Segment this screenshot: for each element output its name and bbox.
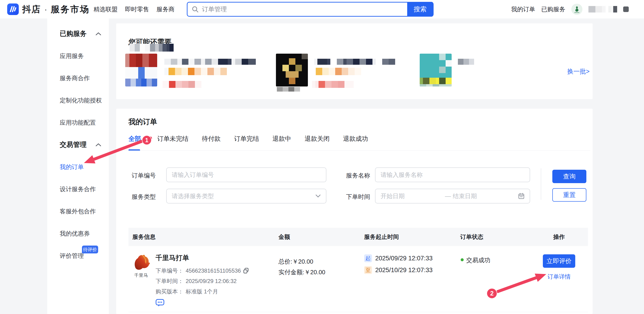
top-nav: 精选联盟 即时零售 服务商 bbox=[94, 0, 174, 18]
recommended-service-logo-1[interactable] bbox=[125, 54, 157, 86]
sidebar-item-cs-outsourcing[interactable]: 客服外包合作 bbox=[47, 200, 109, 222]
chevron-up-icon bbox=[95, 32, 102, 36]
col-order-status: 订单状态 bbox=[454, 233, 530, 241]
header-link-purchased-services[interactable]: 已购服务 bbox=[541, 5, 565, 13]
version-line: 购买版本：标准版 1个月 bbox=[156, 286, 249, 297]
paid-value: ￥20.00 bbox=[304, 269, 325, 276]
recommended-service-title-mosaic-1 bbox=[164, 59, 256, 65]
copy-icon[interactable] bbox=[243, 268, 249, 274]
tab-refund-success[interactable]: 退款成功 bbox=[343, 135, 368, 143]
query-button[interactable]: 查询 bbox=[552, 170, 586, 183]
user-avatar[interactable] bbox=[571, 4, 582, 15]
service-type-placeholder: 请选择服务类型 bbox=[167, 192, 315, 200]
service-name: 千里马打单 bbox=[156, 253, 249, 263]
sidebar-item-my-orders[interactable]: 我的订单 bbox=[47, 156, 109, 178]
tab-unfinished[interactable]: 订单未完结 bbox=[157, 135, 188, 143]
service-type-select[interactable]: 请选择服务类型 bbox=[166, 189, 326, 204]
recommended-service-logo-3[interactable] bbox=[420, 54, 452, 86]
recommendation-banner: 您可能还需要 换一批> bbox=[116, 23, 592, 99]
annotation-step-2: 2 bbox=[486, 288, 497, 299]
chevron-up-icon bbox=[95, 143, 102, 147]
service-logo: 千里马 bbox=[132, 253, 151, 312]
recommended-service-title-mosaic-2 bbox=[314, 59, 395, 65]
apps-menu-icon[interactable] bbox=[623, 6, 629, 12]
reset-button[interactable]: 重置 bbox=[552, 188, 586, 202]
col-service-period: 服务起止时间 bbox=[358, 233, 454, 241]
sidebar-item-provider-cooperation[interactable]: 服务商合作 bbox=[47, 67, 109, 89]
sidebar-section-trade-management[interactable]: 交易管理 bbox=[47, 134, 109, 156]
app-root: 抖店 · 服务市场 精选联盟 即时零售 服务商 搜索 我的订单 已购服务 bbox=[0, 0, 644, 314]
review-now-button[interactable]: 立即评价 bbox=[543, 254, 575, 268]
tab-all[interactable]: 全部 bbox=[128, 135, 141, 143]
douyin-shop-logo-icon bbox=[7, 3, 19, 15]
service-logo-caption: 千里马 bbox=[132, 272, 151, 278]
recommended-service-logo-2[interactable] bbox=[276, 54, 308, 86]
order-no-label: 订单编号 bbox=[132, 172, 156, 180]
sidebar-item-app-services[interactable]: 应用服务 bbox=[47, 45, 109, 67]
actions-cell: 立即评价 订单详情 bbox=[530, 246, 588, 312]
total-value: ￥20.00 bbox=[292, 258, 313, 265]
tabs-divider bbox=[124, 151, 590, 151]
tab-refunding[interactable]: 退款中 bbox=[272, 135, 291, 143]
nav-selected-alliance[interactable]: 精选联盟 bbox=[94, 5, 118, 13]
search-icon bbox=[192, 6, 198, 13]
brand[interactable]: 抖店 · 服务市场 bbox=[7, 0, 90, 18]
nav-instant-retail[interactable]: 即时零售 bbox=[125, 5, 149, 13]
tab-pending-payment[interactable]: 待付款 bbox=[202, 135, 220, 143]
service-name-input[interactable] bbox=[376, 168, 530, 182]
order-detail-link[interactable]: 订单详情 bbox=[548, 273, 570, 281]
refresh-batch-link[interactable]: 换一批> bbox=[567, 67, 590, 76]
sidebar-item-design-service[interactable]: 设计服务合作 bbox=[47, 178, 109, 200]
top-header: 抖店 · 服务市场 精选联盟 即时零售 服务商 搜索 我的订单 已购服务 bbox=[0, 0, 644, 18]
table-header-row: 服务信息 金额 服务起止时间 订单状态 操作 bbox=[128, 228, 588, 246]
amount-cell: 总价:￥20.00 实付金额:￥20.00 bbox=[272, 246, 358, 312]
chat-icon[interactable] bbox=[156, 299, 164, 307]
chevron-down-icon bbox=[315, 194, 321, 198]
recommended-service-rating-mosaic-1 bbox=[164, 68, 237, 75]
nav-service-provider[interactable]: 服务商 bbox=[156, 5, 174, 13]
sidebar-item-app-function-config[interactable]: 应用功能配置 bbox=[47, 111, 109, 134]
brand-primary: 抖店 bbox=[22, 3, 41, 15]
order-status-cell: 交易成功 bbox=[454, 246, 530, 312]
calendar-icon bbox=[518, 193, 524, 199]
order-no-line: 下单编号：456623816151105536 bbox=[156, 266, 249, 276]
sidebar-item-review-management[interactable]: 评价管理 待评价 bbox=[47, 245, 109, 267]
date-range-separator: — bbox=[445, 193, 453, 200]
header-link-my-orders[interactable]: 我的订单 bbox=[511, 5, 535, 13]
sidebar-section-purchased-services[interactable]: 已购服务 bbox=[47, 23, 109, 45]
order-time-range-picker[interactable]: 开始日期 — 结束日期 bbox=[375, 189, 530, 204]
col-actions: 操作 bbox=[530, 233, 588, 241]
order-no-field bbox=[166, 167, 326, 182]
title-redaction-mosaic bbox=[130, 44, 174, 51]
recommended-service-rating-mosaic-2 bbox=[314, 68, 370, 75]
recommended-service-price-mosaic-1 bbox=[162, 81, 228, 88]
start-time: 2025/09/29 12:07:33 bbox=[375, 255, 433, 262]
annotation-step-1: 1 bbox=[142, 135, 152, 145]
header-right: 我的订单 已购服务 bbox=[511, 0, 629, 18]
order-no-input[interactable] bbox=[167, 168, 326, 182]
end-date-placeholder: 结束日期 bbox=[453, 192, 518, 200]
sidebar-item-custom-function-auth[interactable]: 定制化功能授权 bbox=[47, 89, 109, 111]
brand-separator: · bbox=[44, 5, 47, 14]
service-info-cell: 千里马 千里马打单 下单编号：456623816151105536 下单时间：2… bbox=[128, 246, 272, 312]
tab-completed[interactable]: 订单完结 bbox=[234, 135, 259, 143]
tab-refund-closed[interactable]: 退款关闭 bbox=[305, 135, 330, 143]
filter-divider bbox=[541, 168, 541, 200]
orders-table: 服务信息 金额 服务起止时间 订单状态 操作 千里马 bbox=[128, 228, 588, 312]
search-input[interactable] bbox=[198, 2, 407, 16]
sidebar-item-my-coupons[interactable]: 我的优惠券 bbox=[47, 222, 109, 245]
pending-review-badge: 待评价 bbox=[82, 246, 98, 253]
start-tag: 起 bbox=[364, 254, 372, 262]
username-redacted-mosaic bbox=[588, 6, 617, 12]
order-no-value: 456623816151105536 bbox=[186, 266, 241, 276]
order-status-tabs: 全部 订单未完结 待付款 订单完结 退款中 退款关闭 退款成功 bbox=[128, 135, 368, 143]
start-date-placeholder: 开始日期 bbox=[380, 192, 445, 200]
service-period-cell: 起 2025/09/29 12:07:33 至 2025/10/29 12:07… bbox=[358, 246, 454, 312]
status-text: 交易成功 bbox=[466, 256, 490, 264]
orders-title: 我的订单 bbox=[128, 117, 157, 127]
service-name-label: 服务名称 bbox=[346, 172, 370, 180]
brand-secondary: 服务市场 bbox=[51, 3, 90, 15]
success-dot-icon bbox=[461, 258, 464, 261]
table-row: 千里马 千里马打单 下单编号：456623816151105536 下单时间：2… bbox=[128, 246, 588, 312]
search-button[interactable]: 搜索 bbox=[407, 2, 433, 17]
